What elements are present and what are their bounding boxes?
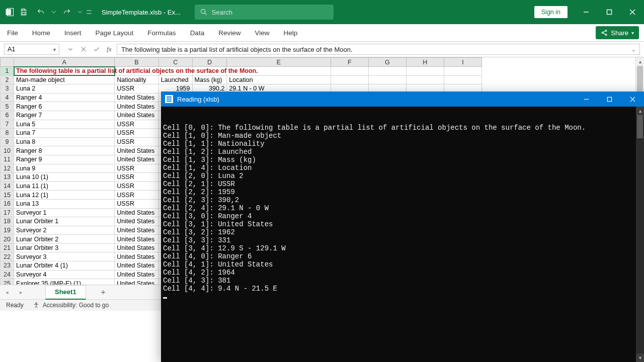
cell[interactable]: Surveyor 4 [14,270,115,279]
cell[interactable]: Mass (kg) [192,75,227,84]
redo-button[interactable] [59,5,74,19]
cell[interactable]: Ranger 7 [14,111,115,120]
cell[interactable]: USSR [115,129,159,138]
cell[interactable]: United States [115,270,159,279]
cell[interactable]: Lunar Orbiter 1 [14,217,115,226]
cell[interactable]: Lunar Orbiter 4 (1) [14,261,115,270]
cell[interactable]: Ranger 6 [14,102,115,111]
column-header-H[interactable]: H [406,58,444,67]
sheet-nav-next[interactable]: ▸ [14,285,28,299]
cell[interactable]: Luna 7 [14,129,115,138]
row-header[interactable]: 2 [1,75,14,84]
cell[interactable]: United States [115,146,159,155]
column-header-E[interactable]: E [227,58,331,67]
terminal-output[interactable]: Cell [0, 0]: The following table is a pa… [161,107,644,362]
chevron-down-icon[interactable]: ▾ [53,47,56,52]
cell[interactable]: USSR [115,164,159,173]
cell[interactable]: United States [115,111,159,120]
cell[interactable]: Luna 5 [14,120,115,129]
row-header[interactable]: 20 [1,235,14,244]
cell[interactable]: Ranger 4 [14,93,115,102]
cell[interactable]: USSR [115,120,159,129]
row-header[interactable]: 13 [1,173,14,182]
cell[interactable]: Luna 9 [14,164,115,173]
terminal-title-bar[interactable]: Reading (xlsb) [161,92,644,107]
expand-formula-bar[interactable]: ⌄ [631,47,635,52]
add-sheet-button[interactable]: ＋ [95,287,111,298]
row-header[interactable]: 15 [1,191,14,200]
cell[interactable]: United States [115,93,159,102]
row-header[interactable]: 11 [1,155,14,164]
cell[interactable]: Lunar Orbiter 2 [14,235,115,244]
cell[interactable]: Explorer 35 (IMP-E) (1) [14,279,115,285]
cell[interactable] [368,67,406,76]
fx-icon[interactable]: fx [104,43,115,55]
terminal-scroll-thumb[interactable] [637,115,643,138]
column-header-D[interactable]: D [192,58,227,67]
cell[interactable] [444,67,481,76]
row-header[interactable]: 22 [1,252,14,261]
ribbon-tab-formulas[interactable]: Formulas [140,24,183,41]
cell[interactable]: United States [115,208,159,217]
cell[interactable]: United States [115,235,159,244]
redo-dropdown[interactable] [76,5,84,19]
row-header[interactable]: 12 [1,164,14,173]
cell[interactable]: Ranger 8 [14,146,115,155]
cell[interactable]: Luna 10 (1) [14,173,115,182]
column-header-C[interactable]: C [158,58,192,67]
name-box[interactable]: A1 ▾ [4,44,59,55]
row-header[interactable]: 10 [1,146,14,155]
terminal-scrollbar[interactable]: ▴ ▾ [636,107,644,362]
window-maximize[interactable] [598,0,621,24]
ribbon-tab-home[interactable]: Home [25,24,57,41]
cell[interactable] [331,75,368,84]
ribbon-tab-data[interactable]: Data [183,24,212,41]
cell[interactable]: USSR [115,199,159,208]
row-header[interactable]: 21 [1,243,14,252]
sheet-tab-active[interactable]: Sheet1 [45,285,86,300]
cancel-formula-button[interactable] [77,43,90,55]
row-header[interactable]: 1 [1,67,14,76]
cell[interactable]: Luna 2 [14,84,115,94]
terminal-minimize[interactable] [575,92,598,107]
column-header-G[interactable]: G [368,58,406,67]
cell[interactable]: United States [115,252,159,261]
row-header[interactable]: 7 [1,120,14,129]
terminal-scroll-down[interactable]: ▾ [636,353,644,362]
row-header[interactable]: 6 [1,111,14,120]
undo-button[interactable] [33,5,48,19]
scroll-thumb[interactable] [637,66,643,93]
row-header[interactable]: 4 [1,93,14,102]
row-header[interactable]: 17 [1,208,14,217]
share-button[interactable]: Share ▾ [596,26,639,39]
cell[interactable]: Luna 11 (1) [14,182,115,191]
cell[interactable]: Launched [158,75,192,84]
accessibility-status[interactable]: Accessibility: Good to go [33,302,109,309]
window-close[interactable] [621,0,644,24]
row-header[interactable]: 9 [1,137,14,146]
cell[interactable]: Surveyor 2 [14,226,115,235]
qat-customize[interactable] [86,5,93,19]
cell[interactable]: United States [115,226,159,235]
cell[interactable]: The following table is a partial list of… [14,67,115,76]
row-header[interactable]: 8 [1,129,14,138]
cell[interactable]: Ranger 9 [14,155,115,164]
formula-input[interactable]: The following table is a partial list of… [117,44,640,55]
row-header[interactable]: 24 [1,270,14,279]
row-header[interactable]: 18 [1,217,14,226]
row-header[interactable]: 5 [1,102,14,111]
cell[interactable]: Luna 12 (1) [14,191,115,200]
search-box[interactable]: Search [195,5,334,20]
cell[interactable] [368,75,406,84]
column-header-F[interactable]: F [331,58,368,67]
cell[interactable]: Nationality [115,75,159,84]
terminal-close[interactable] [621,92,644,107]
cell[interactable]: United States [115,155,159,164]
row-header[interactable]: 23 [1,261,14,270]
cell[interactable]: Luna 13 [14,199,115,208]
undo-dropdown[interactable] [50,5,57,19]
cell[interactable]: United States [115,261,159,270]
ribbon-tab-insert[interactable]: Insert [57,24,89,41]
cell[interactable]: Man-made object [14,75,115,84]
cell[interactable] [444,75,481,84]
